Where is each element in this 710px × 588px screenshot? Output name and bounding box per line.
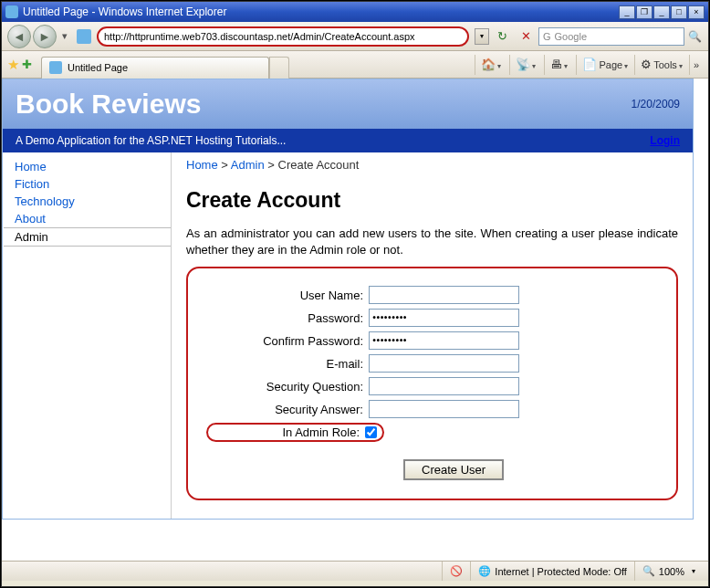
status-zone-text: Internet | Protected Mode: Off: [495, 566, 627, 577]
zoom-dropdown[interactable]: ▾: [692, 567, 695, 575]
google-icon: G: [543, 31, 551, 42]
restore-down-button[interactable]: ❐: [636, 5, 653, 19]
tabbar: ★ ✚ Untitled Page 🏠 📡 🖶 📄Page ⚙Tools »: [2, 51, 708, 79]
admin-role-checkbox[interactable]: [365, 426, 377, 438]
address-bar-highlight: [97, 26, 469, 47]
breadcrumb-home[interactable]: Home: [186, 158, 218, 172]
browser-tab[interactable]: Untitled Page: [41, 57, 269, 79]
sidebar-item-fiction[interactable]: Fiction: [4, 175, 171, 193]
address-input[interactable]: [104, 31, 462, 42]
page-header: Book Reviews 1/20/2009: [3, 79, 693, 129]
tab-label: Untitled Page: [68, 62, 128, 73]
stop-button[interactable]: ✕: [517, 27, 535, 46]
subheader-text: A Demo Application for the ASP.NET Hosti…: [16, 134, 286, 147]
zoom-icon[interactable]: 🔍: [642, 565, 655, 577]
search-button[interactable]: 🔍: [686, 30, 703, 43]
favorites-icon[interactable]: ★: [7, 57, 19, 73]
label-security-answer: Security Answer:: [206, 403, 363, 416]
refresh-button[interactable]: ↻: [493, 27, 511, 46]
tab-page-icon: [49, 61, 62, 74]
security-answer-input[interactable]: [369, 400, 519, 418]
addon-disabled-icon[interactable]: 🚫: [450, 565, 463, 577]
maximize-button[interactable]: □: [671, 5, 687, 19]
window-title: Untitled Page - Windows Internet Explore…: [23, 5, 226, 18]
sidebar-item-technology[interactable]: Technology: [4, 193, 171, 210]
username-input[interactable]: [369, 286, 519, 304]
role-highlight: In Admin Role:: [206, 423, 384, 442]
expand-commands[interactable]: »: [694, 59, 699, 70]
page-icon: [77, 29, 91, 44]
feeds-button[interactable]: 📡: [516, 58, 536, 71]
breadcrumb-admin[interactable]: Admin: [231, 158, 265, 172]
subheader: A Demo Application for the ASP.NET Hosti…: [3, 129, 693, 152]
ie-window: Untitled Page - Windows Internet Explore…: [1, 1, 709, 587]
forward-button[interactable]: ►: [33, 25, 57, 48]
sidebar-item-home[interactable]: Home: [4, 158, 171, 175]
breadcrumb-current: Create Account: [278, 158, 360, 172]
sidebar: Home Fiction Technology About Admin: [3, 152, 172, 519]
label-password: Password:: [206, 311, 363, 325]
page-menu-icon: 📄: [582, 58, 597, 71]
address-dropdown[interactable]: ▾: [475, 28, 489, 45]
tools-menu[interactable]: Tools: [653, 59, 683, 70]
search-box[interactable]: G Google: [538, 27, 684, 46]
zoom-level: 100%: [659, 566, 684, 577]
login-link[interactable]: Login: [650, 134, 680, 147]
label-admin-role: In Admin Role:: [208, 425, 360, 439]
minimize-button[interactable]: _: [619, 5, 635, 19]
minimize-button-2[interactable]: _: [653, 5, 670, 19]
sidebar-item-about[interactable]: About: [4, 210, 171, 227]
create-user-button[interactable]: Create User: [403, 459, 504, 480]
home-button[interactable]: 🏠: [481, 58, 501, 71]
breadcrumb: Home > Admin > Create Account: [186, 158, 678, 172]
security-question-input[interactable]: [369, 377, 519, 395]
page-heading: Create Account: [186, 188, 678, 213]
print-button[interactable]: 🖶: [550, 58, 568, 71]
nav-history-dropdown[interactable]: ▾: [58, 25, 71, 48]
label-confirm-password: Confirm Password:: [206, 334, 363, 348]
new-tab-button[interactable]: [269, 57, 289, 79]
form-highlight: User Name: Password: Confirm Password:: [186, 267, 678, 500]
search-placeholder: Google: [555, 31, 587, 42]
confirm-password-input[interactable]: [369, 331, 519, 350]
intro-text: As an administrator you can add new user…: [186, 226, 678, 257]
close-button[interactable]: ×: [688, 5, 705, 19]
ie-logo-icon: [5, 5, 18, 18]
label-security-question: Security Question:: [206, 380, 363, 394]
add-favorite-icon[interactable]: ✚: [22, 58, 32, 71]
statusbar: 🚫 🌐Internet | Protected Mode: Off 🔍100%▾: [2, 561, 708, 581]
content-area: Book Reviews 1/20/2009 A Demo Applicatio…: [2, 79, 708, 561]
tools-menu-icon: ⚙: [641, 58, 652, 71]
label-username: User Name:: [206, 289, 363, 302]
globe-icon: 🌐: [478, 565, 491, 577]
page-menu[interactable]: Page: [599, 59, 628, 70]
email-input[interactable]: [369, 354, 519, 373]
back-button[interactable]: ◄: [7, 25, 31, 48]
titlebar: Untitled Page - Windows Internet Explore…: [2, 2, 708, 22]
site-title: Book Reviews: [16, 89, 201, 120]
password-input[interactable]: [369, 309, 519, 327]
header-date: 1/20/2009: [632, 98, 680, 110]
main-content: Home > Admin > Create Account Create Acc…: [172, 152, 693, 519]
label-email: E-mail:: [206, 357, 363, 371]
navbar: ◄ ► ▾ ▾ ↻ ✕ G Google 🔍: [2, 22, 708, 51]
sidebar-item-admin[interactable]: Admin: [4, 227, 171, 247]
